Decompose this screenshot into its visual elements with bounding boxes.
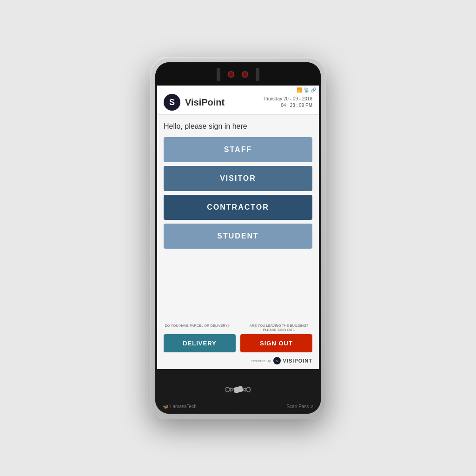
- delivery-button[interactable]: DELIVERY: [164, 334, 236, 352]
- app-logo: S: [164, 94, 180, 111]
- app-title: VisiPoint: [185, 97, 225, 108]
- device: 📶 📡 🔗 S VisiPoint Thursday 20 - 09 - 201…: [150, 57, 326, 419]
- brand-label: 🦋 LamasaTech: [163, 404, 197, 409]
- camera-left: [228, 71, 234, 78]
- nfc-icon: [222, 377, 254, 402]
- sensor-slot-right: [256, 68, 259, 81]
- device-inner: 📶 📡 🔗 S VisiPoint Thursday 20 - 09 - 201…: [155, 62, 321, 414]
- app-header: S VisiPoint Thursday 20 - 09 - 2018 04 :…: [157, 86, 319, 115]
- greeting-text: Hello, please sign in here: [164, 122, 312, 131]
- staff-button[interactable]: STAFF: [164, 137, 312, 162]
- svg-rect-0: [233, 385, 244, 393]
- sign-in-buttons: STAFF VISITOR CONTRACTOR STUDENT: [164, 137, 312, 249]
- device-labels: 🦋 LamasaTech Scan Pass ∨: [155, 404, 321, 409]
- visitor-button[interactable]: VISITOR: [164, 166, 312, 191]
- student-button[interactable]: STUDENT: [164, 224, 312, 249]
- powered-logo: S: [273, 357, 281, 364]
- bottom-buttons: DELIVERY SIGN OUT: [164, 334, 312, 352]
- brand-icon: 🦋: [163, 404, 168, 409]
- header-datetime: Thursday 20 - 09 - 2018 04 : 23 : 09 PM: [263, 96, 312, 109]
- bottom-labels: DO YOU HAVE PARCEL OR DELIVERY? ARE YOU …: [164, 324, 312, 333]
- nfc-waves-svg: [222, 376, 254, 403]
- delivery-label: DO YOU HAVE PARCEL OR DELIVERY?: [164, 324, 231, 333]
- signout-label: ARE YOU LEAVING THE BUILDING? PLEASE SIG…: [245, 324, 312, 333]
- screen-content: Hello, please sign in here STAFF VISITOR…: [157, 115, 319, 369]
- screen: 📶 📡 🔗 S VisiPoint Thursday 20 - 09 - 201…: [157, 86, 319, 369]
- camera-right: [242, 71, 248, 78]
- scan-pass-label: Scan Pass ∨: [286, 404, 313, 409]
- link-icon: 🔗: [311, 87, 316, 93]
- wifi-icon: 📶: [297, 87, 302, 93]
- header-time: 04 : 23 : 09 PM: [263, 102, 312, 109]
- powered-brand: VISIPOINT: [283, 358, 312, 364]
- nfc-area: 🦋 LamasaTech Scan Pass ∨: [155, 369, 321, 414]
- signal-icon: 📡: [304, 87, 309, 93]
- status-icons: 📶 📡 🔗: [297, 87, 316, 93]
- brand-name: LamasaTech: [170, 404, 197, 409]
- powered-by-label: Powered By: [251, 359, 271, 363]
- logo-symbol: S: [169, 98, 175, 107]
- bottom-actions: DO YOU HAVE PARCEL OR DELIVERY? ARE YOU …: [164, 324, 312, 365]
- contractor-button[interactable]: CONTRACTOR: [164, 195, 312, 220]
- header-left: S VisiPoint: [164, 94, 225, 111]
- sensor-bar: [155, 62, 321, 86]
- signout-button[interactable]: SIGN OUT: [240, 334, 312, 352]
- powered-by: Powered By S VISIPOINT: [164, 357, 312, 364]
- sensor-slot-left: [217, 68, 220, 81]
- header-date: Thursday 20 - 09 - 2018: [263, 96, 312, 102]
